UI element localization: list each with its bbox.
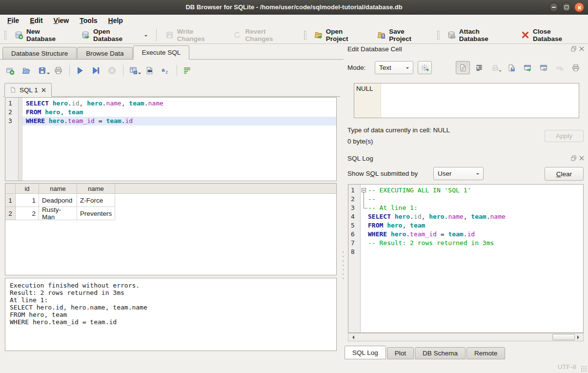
toolbar-handle[interactable]	[303, 30, 306, 41]
tab-browse-data[interactable]: Browse Data	[77, 47, 132, 59]
close-button[interactable]	[574, 2, 584, 12]
copy-link-button[interactable]	[536, 61, 550, 74]
results-grid[interactable]: idnamename11DeadpondZ-Force22Rusty-ManPr…	[5, 183, 337, 275]
execute-current-line-button[interactable]	[90, 64, 101, 76]
tab-close-button[interactable]	[41, 87, 46, 93]
code-token: SELECT	[368, 213, 395, 220]
editor-code[interactable]: SELECT hero.id, hero.name, team.nameFROM…	[22, 98, 336, 181]
apply-button[interactable]: Apply	[545, 130, 584, 142]
auto-apply-button[interactable]	[418, 61, 432, 74]
mode-label: Mode:	[347, 64, 366, 71]
clear-log-button[interactable]: Clear	[545, 167, 584, 181]
cell-value-area[interactable]	[381, 83, 579, 118]
sql-log-view[interactable]: 12345678 -- EXECUTING ALL IN 'SQL 1'----…	[348, 184, 584, 333]
sql-editor[interactable]: 123 SELECT hero.id, hero.name, team.name…	[5, 97, 337, 181]
row-number[interactable]: 2	[5, 207, 16, 220]
word-wrap-button[interactable]	[181, 64, 193, 76]
dock-tab-plot[interactable]: Plot	[387, 347, 414, 359]
menu-tools[interactable]: Tools	[74, 15, 102, 26]
edit-cell-close-button[interactable]	[578, 45, 585, 52]
code-token: WHERE	[368, 230, 391, 238]
code-token: --	[368, 195, 376, 203]
stop-execution-button[interactable]	[106, 64, 118, 76]
print-button[interactable]	[52, 64, 64, 76]
resize-grip[interactable]	[581, 366, 587, 372]
code-token: team	[471, 213, 486, 220]
new-tab-button[interactable]	[4, 64, 16, 76]
sql-log-float-button[interactable]	[570, 155, 577, 161]
attach-database-button[interactable]: Attach Database	[442, 25, 516, 45]
table-cell[interactable]: Preventers	[77, 207, 115, 220]
menu-file[interactable]: File	[2, 15, 24, 26]
execute-all-button[interactable]	[74, 64, 85, 76]
mode-select[interactable]: Text	[375, 61, 413, 74]
scroll-left-icon[interactable]	[348, 333, 356, 341]
menu-help[interactable]: Help	[103, 15, 128, 26]
scrollbar-thumb[interactable]	[552, 334, 575, 340]
indent-text-button[interactable]	[472, 61, 486, 74]
log-filter-select[interactable]: User	[433, 167, 484, 180]
column-header[interactable]: name	[77, 184, 115, 193]
table-cell[interactable]: 2	[16, 207, 39, 220]
table-cell[interactable]: Deadpond	[39, 194, 77, 207]
set-null-button[interactable]	[552, 61, 567, 74]
format-sql-button[interactable]: az	[160, 64, 171, 76]
tab-execute-sql[interactable]: Execute SQL	[133, 45, 190, 60]
save-sql-file-button[interactable]	[36, 64, 48, 76]
table-cell[interactable]: 1	[16, 194, 39, 207]
column-header[interactable]: id	[16, 184, 39, 193]
minimize-button[interactable]	[549, 2, 559, 12]
fold-margin	[361, 248, 368, 256]
sql-log-close-button[interactable]	[578, 155, 585, 161]
dock-tab-db-schema[interactable]: DB Schema	[415, 347, 466, 359]
column-header[interactable]: name	[39, 184, 77, 193]
menu-edit[interactable]: Edit	[24, 15, 48, 26]
results-corner-cell[interactable]	[5, 184, 16, 193]
fold-margin[interactable]	[361, 186, 368, 195]
toolbar-handle[interactable]	[3, 30, 7, 41]
code-token: team	[129, 100, 144, 107]
find-replace-button[interactable]	[143, 64, 155, 76]
code-token: hero	[87, 100, 102, 107]
scrollbar-track[interactable]	[356, 333, 575, 341]
dock-tab-sql-log[interactable]: SQL Log	[345, 346, 386, 359]
table-cell[interactable]: Rusty-Man	[39, 207, 77, 220]
new-database-button[interactable]: New Database	[9, 25, 76, 45]
code-token: hero	[391, 230, 406, 238]
revert-changes-button[interactable]: Revert Changes	[228, 25, 300, 45]
import-text-button[interactable]	[488, 61, 502, 74]
titlebar[interactable]: DB Browser for SQLite - /home/user/code/…	[0, 0, 588, 15]
dock-tab-remote[interactable]: Remote	[466, 347, 505, 359]
open-database-button[interactable]: Open Database	[76, 25, 153, 45]
export-text-button[interactable]	[504, 61, 518, 74]
edit-cell-float-button[interactable]	[570, 45, 577, 52]
open-external-button[interactable]	[520, 61, 534, 74]
maximize-button[interactable]	[562, 2, 571, 12]
log-horizontal-scrollbar[interactable]	[348, 333, 584, 341]
panel-splitter[interactable]	[341, 249, 344, 279]
open-database-icon	[81, 31, 90, 39]
code-line: WHERE hero.team_id = team.id	[22, 117, 336, 125]
scroll-right-icon[interactable]	[575, 333, 583, 341]
export-results-button[interactable]	[127, 64, 139, 76]
doc-text-button[interactable]	[456, 61, 470, 74]
write-changes-button[interactable]: Write Changes	[160, 25, 228, 45]
sql-tab[interactable]: SQL 1	[4, 83, 52, 97]
code-token: team	[68, 108, 83, 116]
open-project-button[interactable]: Open Project	[309, 25, 372, 45]
toolbar-handle[interactable]	[436, 30, 440, 41]
code-token: ,	[422, 213, 429, 220]
table-cell[interactable]: Z-Force	[77, 194, 115, 207]
tab-database-structure[interactable]: Database Structure	[2, 47, 77, 59]
close-database-button[interactable]: Close Database	[516, 25, 587, 45]
code-token: .	[68, 100, 72, 107]
open-project-icon	[314, 31, 323, 39]
cell-value-editor[interactable]: NULL	[354, 83, 579, 118]
open-sql-file-button[interactable]	[20, 64, 32, 76]
chevron-down-icon	[406, 67, 409, 70]
row-number[interactable]: 1	[5, 194, 16, 207]
fold-collapse-icon[interactable]	[362, 188, 366, 192]
save-project-button[interactable]: Save Project	[372, 25, 434, 45]
menu-view[interactable]: View	[48, 15, 75, 26]
print-button[interactable]	[568, 61, 583, 74]
